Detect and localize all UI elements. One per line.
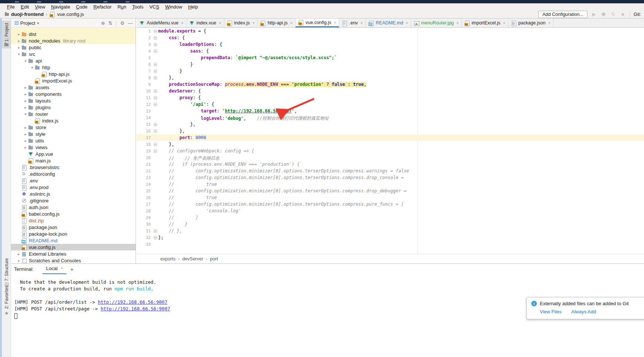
code-line-11[interactable]: 11 proxy: {: [137, 94, 644, 101]
chevron-right-icon[interactable]: ▸: [23, 99, 28, 103]
menu-edit[interactable]: Edit: [18, 4, 32, 10]
tree-item-http-api-js[interactable]: JShttp-api.js: [11, 71, 136, 77]
tree-item-main-js[interactable]: JSmain.js: [11, 157, 136, 164]
tree-item-plugins[interactable]: ▸plugins: [11, 104, 136, 111]
editor-breadcrumb-devserver[interactable]: devServer: [182, 256, 203, 262]
close-icon[interactable]: ×: [456, 21, 459, 25]
code-line-5[interactable]: 5 prependData: `@import "~@/assets/scss/…: [137, 54, 644, 61]
menu-file[interactable]: File: [4, 4, 18, 10]
project-panel-title[interactable]: Project: [20, 20, 35, 26]
editor-breadcrumb-exports[interactable]: exports: [160, 256, 176, 262]
code-line-25[interactable]: 25 // config.optimization.minimizer[0].o…: [137, 188, 644, 194]
code-line-13[interactable]: 13 target: 'http://192.168.66.56:9007',: [137, 108, 644, 114]
debug-icon[interactable]: ⬟: [601, 11, 607, 17]
tree-item-src[interactable]: ▾src: [11, 51, 136, 57]
tab-asidemenu-vue[interactable]: AsideMenu.vue×: [137, 18, 187, 27]
code-line-12[interactable]: 12 '/api': {: [137, 101, 644, 108]
tree-item-babel-config-js[interactable]: JSbabel.config.js: [11, 211, 136, 217]
tree-item-package-lock-json[interactable]: {}package-lock.json: [11, 230, 136, 237]
tree-item-vue-config-js[interactable]: JSvue.config.js: [11, 244, 136, 250]
chevron-right-icon[interactable]: ▸: [23, 85, 28, 90]
tree-item-views[interactable]: ▸views: [11, 144, 136, 151]
code-line-31[interactable]: 31 // },: [137, 228, 644, 234]
tab-menurouter-jpg[interactable]: menuRouter.jpg×: [411, 18, 462, 27]
chevron-right-icon[interactable]: ▸: [23, 145, 28, 149]
code-editor[interactable]: 1module.exports = {2 css: {3 loaderOptio…: [137, 28, 644, 254]
code-line-30[interactable]: 30 // }: [137, 221, 644, 228]
new-terminal-icon[interactable]: +: [70, 266, 74, 272]
tab--env[interactable]: .env×: [339, 18, 366, 27]
tree-item--env[interactable]: .env: [11, 177, 136, 184]
menu-code[interactable]: Code: [73, 4, 91, 10]
close-icon[interactable]: ×: [181, 21, 183, 25]
code-line-4[interactable]: 4 sass: {: [137, 48, 644, 54]
close-icon[interactable]: ×: [61, 266, 63, 270]
code-line-2[interactable]: 2 css: {: [137, 34, 644, 41]
tree-item-index-js[interactable]: JSindex.js: [11, 117, 136, 124]
tree-item--eslintrc-js[interactable]: .eslintrc.js: [11, 191, 136, 197]
coverage-icon[interactable]: ↻: [610, 11, 616, 17]
tab-index-vue[interactable]: index.vue×: [187, 18, 224, 27]
tree-item--gitignore[interactable]: .gitignore: [11, 197, 136, 204]
code-line-9[interactable]: 9 productionSourceMap: process.env.NODE_…: [137, 81, 644, 88]
breadcrumb-project[interactable]: duoji-frontend: [11, 11, 44, 17]
terminal-link[interactable]: http://192.168.66.56:9007: [100, 306, 170, 311]
notification-link-view-files[interactable]: View Files: [540, 309, 562, 314]
menu-view[interactable]: View: [32, 4, 48, 10]
close-icon[interactable]: ×: [361, 21, 363, 25]
code-line-14[interactable]: 14 logLevel:'debug', //控制台终端打印代理前的真实地址: [137, 114, 644, 121]
breadcrumb-file[interactable]: vue.config.js: [57, 11, 84, 17]
add-configuration-button[interactable]: Add Configuration...: [538, 11, 587, 18]
fold-marker-icon[interactable]: [154, 149, 157, 153]
close-icon[interactable]: ×: [548, 21, 550, 25]
tree-item-app-vue[interactable]: App.vue: [11, 151, 136, 157]
code-line-26[interactable]: 26 // true: [137, 194, 644, 201]
fold-marker-icon[interactable]: [154, 229, 157, 233]
fold-marker-icon[interactable]: [154, 76, 157, 80]
menu-window[interactable]: Window: [162, 4, 185, 10]
tree-item-external-libraries[interactable]: ▸External Libraries: [11, 250, 136, 257]
chevron-down-icon[interactable]: ▾: [23, 112, 28, 116]
tree-item-style[interactable]: ▸style: [11, 131, 136, 137]
fold-marker-icon[interactable]: [154, 30, 157, 33]
hide-panel-icon[interactable]: —: [128, 20, 133, 26]
tab-importexcel-js[interactable]: JSimportExcel.js×: [462, 18, 508, 27]
tree-item-node-modules[interactable]: ▸node_moduleslibrary root: [11, 37, 136, 44]
tree-item-api[interactable]: ▾api: [11, 57, 136, 64]
tree-item-public[interactable]: ▸public: [11, 44, 136, 51]
menu-refactor[interactable]: Refactor: [91, 4, 115, 10]
run-icon[interactable]: ▶: [591, 11, 597, 17]
code-line-8[interactable]: 8 },: [137, 74, 644, 81]
chevron-right-icon[interactable]: ▸: [23, 139, 28, 143]
chevron-right-icon[interactable]: ▸: [16, 39, 21, 43]
terminal-link[interactable]: http://192.168.66.56:9007: [98, 299, 167, 305]
chevron-right-icon[interactable]: ▸: [23, 105, 28, 110]
code-line-16[interactable]: 16 },: [137, 128, 644, 134]
chevron-down-icon[interactable]: ▾: [30, 65, 35, 70]
code-line-10[interactable]: 10 devServer: {: [137, 88, 644, 94]
fold-marker-icon[interactable]: [154, 123, 157, 126]
menu-navigate[interactable]: Navigate: [48, 4, 73, 10]
tree-item-http[interactable]: ▾http: [11, 64, 136, 71]
stop-icon[interactable]: ■: [620, 11, 626, 17]
chevron-down-icon[interactable]: ▾: [23, 59, 28, 63]
close-icon[interactable]: ×: [290, 21, 293, 25]
menu-vcs[interactable]: VCS: [146, 4, 162, 10]
tree-item-router[interactable]: ▾router: [11, 111, 136, 117]
tree-item--env-prod[interactable]: .env.prod: [11, 184, 136, 191]
stripe-button-favorites[interactable]: 2: Favorites ★: [2, 286, 11, 316]
locate-file-icon[interactable]: ⊕: [101, 20, 105, 26]
menu-help[interactable]: Help: [185, 4, 201, 10]
code-line-24[interactable]: 24 // true: [137, 181, 644, 188]
tab-vue-config-js[interactable]: JSvue.config.js×: [296, 18, 339, 27]
tab-http-api-js[interactable]: JShttp-api.js×: [258, 18, 296, 27]
close-icon[interactable]: ×: [406, 21, 408, 25]
chevron-down-icon[interactable]: ▾: [37, 21, 39, 25]
tree-item-dist[interactable]: ▸dist: [11, 31, 136, 37]
tree-item-dist-zip[interactable]: dist.zip: [11, 217, 136, 224]
code-line-21[interactable]: 21 // if (process.env.NODE_ENV === 'prod…: [137, 161, 644, 168]
code-line-29[interactable]: 29 // ]: [137, 214, 644, 221]
fold-marker-icon[interactable]: [154, 143, 157, 146]
terminal-tab-local[interactable]: Local ×: [42, 264, 67, 274]
close-icon[interactable]: ×: [503, 21, 505, 25]
